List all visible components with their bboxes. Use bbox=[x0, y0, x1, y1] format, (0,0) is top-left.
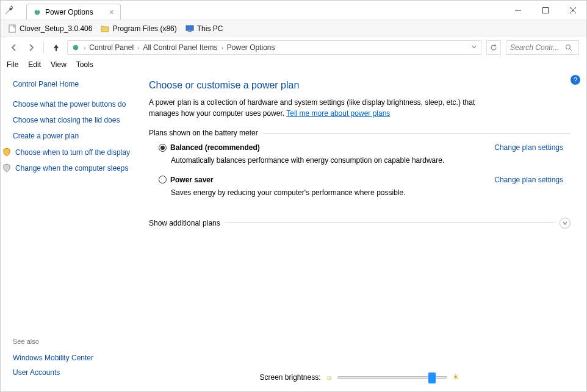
sidebar-link-power-buttons[interactable]: Choose what the power buttons do bbox=[13, 99, 131, 109]
divider bbox=[225, 223, 555, 223]
folder-icon bbox=[101, 24, 109, 33]
expand-chevron-icon[interactable] bbox=[560, 218, 571, 229]
sidebar-link-user-accounts[interactable]: User Accounts bbox=[13, 368, 131, 377]
slider-thumb[interactable] bbox=[428, 372, 436, 383]
sun-high-icon: ☀ bbox=[452, 372, 459, 382]
forward-button[interactable] bbox=[25, 41, 37, 54]
tell-me-more-link[interactable]: Tell me more about power plans bbox=[286, 109, 390, 118]
menu-tools[interactable]: Tools bbox=[76, 60, 93, 69]
sidebar-link-label: Choose when to turn off the display bbox=[15, 148, 130, 157]
plan-name: Power saver bbox=[170, 176, 214, 184]
content-pane: ? Choose or customise a power plan A pow… bbox=[138, 71, 586, 391]
file-icon bbox=[8, 24, 16, 33]
svg-point-10 bbox=[566, 45, 571, 49]
plan-radio-balanced[interactable] bbox=[159, 144, 167, 152]
svg-rect-6 bbox=[186, 26, 193, 30]
breadcrumb-bar[interactable]: › Control Panel › All Control Panel Item… bbox=[67, 40, 481, 55]
bookmark-clover-setup[interactable]: Clover_Setup_3.0.406 bbox=[8, 24, 92, 33]
sidebar-link-mobility-center[interactable]: Windows Mobility Center bbox=[13, 354, 131, 362]
brightness-control: Screen brightness: ☼ ☀ bbox=[149, 372, 571, 388]
wrench-icon bbox=[4, 5, 14, 15]
maximize-button[interactable] bbox=[531, 1, 559, 20]
change-plan-settings-link[interactable]: Change plan settings bbox=[494, 176, 563, 184]
chevron-right-icon[interactable]: › bbox=[137, 45, 139, 51]
search-input[interactable] bbox=[510, 43, 561, 52]
brightness-slider[interactable] bbox=[337, 376, 447, 379]
bookmark-label: Clover_Setup_3.0.406 bbox=[20, 24, 92, 33]
power-options-icon bbox=[71, 43, 80, 52]
see-also-label: See also bbox=[13, 338, 131, 345]
page-heading: Choose or customise a power plan bbox=[149, 80, 571, 91]
sidebar-link-computer-sleeps[interactable]: Change when the computer sleeps bbox=[13, 163, 131, 173]
back-button[interactable] bbox=[8, 41, 20, 54]
sidebar-link-turn-off-display[interactable]: Choose when to turn off the display bbox=[13, 148, 131, 157]
tab-title: Power Options bbox=[45, 8, 93, 16]
breadcrumb-power-options[interactable]: Power Options bbox=[227, 43, 275, 52]
breadcrumb-control-panel[interactable]: Control Panel bbox=[89, 43, 134, 52]
search-box[interactable] bbox=[506, 40, 579, 55]
window-controls bbox=[504, 1, 586, 20]
plan-desc: Saves energy by reducing your computer's… bbox=[171, 188, 571, 198]
refresh-icon bbox=[490, 44, 497, 51]
menu-bar: File Edit View Tools bbox=[1, 58, 586, 71]
page-description: A power plan is a collection of hardware… bbox=[149, 97, 503, 119]
plans-section-header: Plans shown on the battery meter bbox=[149, 129, 571, 137]
breadcrumb-all-items[interactable]: All Control Panel Items bbox=[143, 43, 217, 52]
up-button[interactable] bbox=[50, 41, 62, 54]
minimize-button[interactable] bbox=[504, 1, 531, 20]
separator bbox=[43, 41, 44, 54]
brightness-label: Screen brightness: bbox=[260, 373, 321, 382]
plan-balanced: Balanced (recommended) Change plan setti… bbox=[159, 143, 571, 166]
sidebar-link-create-plan[interactable]: Create a power plan bbox=[13, 131, 131, 141]
bookmark-label: Program Files (x86) bbox=[112, 24, 176, 33]
sidebar-link-closing-lid[interactable]: Choose what closing the lid does bbox=[13, 115, 131, 125]
titlebar: Power Options × bbox=[1, 1, 586, 20]
shield-icon bbox=[2, 148, 12, 157]
svg-rect-7 bbox=[188, 31, 192, 32]
sidebar: Control Panel Home Choose what the power… bbox=[1, 71, 138, 391]
menu-file[interactable]: File bbox=[7, 60, 18, 69]
svg-line-11 bbox=[570, 49, 572, 51]
additional-plans-header[interactable]: Show additional plans bbox=[149, 218, 571, 229]
menu-view[interactable]: View bbox=[51, 60, 67, 69]
bookmark-this-pc[interactable]: This PC bbox=[185, 24, 223, 33]
svg-rect-2 bbox=[542, 7, 548, 13]
menu-edit[interactable]: Edit bbox=[28, 60, 41, 69]
help-icon[interactable]: ? bbox=[571, 75, 580, 85]
svg-rect-5 bbox=[9, 25, 15, 32]
address-bar-row: › Control Panel › All Control Panel Item… bbox=[1, 37, 586, 58]
section-label-text: Plans shown on the battery meter bbox=[149, 129, 258, 137]
plan-name: Balanced (recommended) bbox=[170, 143, 260, 152]
chevron-down-icon[interactable] bbox=[471, 43, 477, 52]
control-panel-home-link[interactable]: Control Panel Home bbox=[13, 80, 131, 88]
chevron-right-icon[interactable]: › bbox=[84, 45, 85, 51]
search-icon bbox=[565, 44, 572, 51]
sidebar-link-label: Change when the computer sleeps bbox=[15, 163, 128, 173]
chevron-right-icon[interactable]: › bbox=[221, 45, 223, 51]
divider bbox=[263, 133, 571, 134]
section-label-text: Show additional plans bbox=[149, 219, 220, 227]
power-options-icon bbox=[33, 8, 41, 16]
plan-power-saver: Power saver Change plan settings Saves e… bbox=[159, 176, 571, 198]
plan-radio-power-saver[interactable] bbox=[159, 176, 167, 184]
sun-low-icon: ☼ bbox=[326, 372, 333, 382]
svg-point-9 bbox=[73, 45, 79, 51]
close-tab-icon[interactable]: × bbox=[109, 7, 114, 17]
refresh-button[interactable] bbox=[486, 40, 501, 55]
close-window-button[interactable] bbox=[559, 1, 586, 20]
plan-desc: Automatically balances performance with … bbox=[171, 155, 571, 166]
main-content-wrapper: Control Panel Home Choose what the power… bbox=[1, 71, 586, 391]
change-plan-settings-link[interactable]: Change plan settings bbox=[494, 143, 563, 152]
bookmark-label: This PC bbox=[197, 24, 223, 33]
shield-icon bbox=[2, 163, 12, 173]
pc-icon bbox=[185, 24, 194, 33]
bookmark-program-files[interactable]: Program Files (x86) bbox=[101, 24, 176, 33]
browser-tab[interactable]: Power Options × bbox=[26, 4, 121, 20]
bookmarks-bar: Clover_Setup_3.0.406 Program Files (x86)… bbox=[1, 20, 586, 37]
